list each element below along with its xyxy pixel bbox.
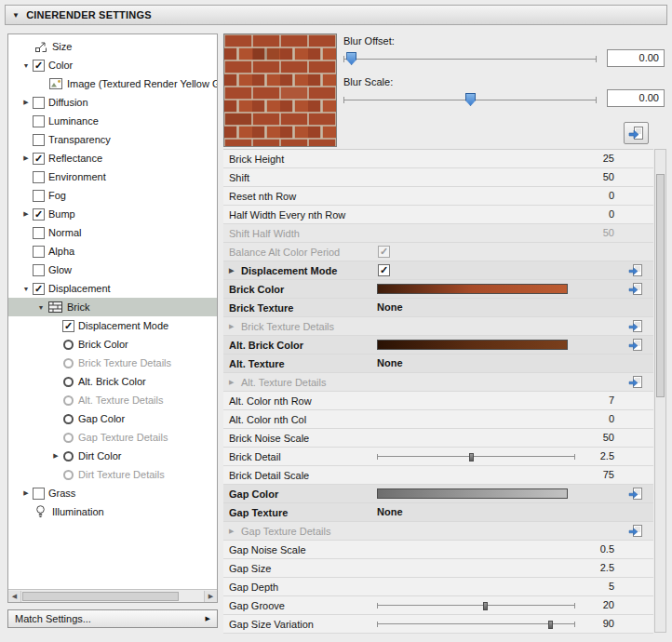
checkbox-diffusion[interactable] [33,97,45,109]
checkbox-color[interactable]: ✓ [33,60,45,72]
checkbox-grass[interactable] [33,488,45,500]
expand-icon[interactable]: ▶ [20,210,33,218]
param-value[interactable]: 50 [603,168,614,186]
param-value[interactable]: 0 [609,187,614,205]
tree-item-alpha[interactable]: Alpha [8,242,217,261]
param-value[interactable]: 20 [603,596,614,614]
tree-item-environment[interactable]: Environment [8,167,217,186]
blur-offset-slider[interactable] [343,51,597,66]
param-row-brick-detail-scale[interactable]: Brick Detail Scale75 [223,466,653,485]
tree-item-bump[interactable]: ▶✓Bump [8,205,217,223]
blur-offset-handle[interactable] [346,52,356,65]
expand-icon[interactable]: ▶ [229,379,241,386]
blur-scale-handle[interactable] [465,93,476,106]
radio-gap-color[interactable] [63,414,74,424]
collapse-icon[interactable]: ▼ [20,62,33,69]
checkbox-glow[interactable] [33,264,45,276]
vertical-scrollbar-thumb[interactable] [656,174,665,397]
checkbox-reflectance[interactable]: ✓ [33,153,45,165]
slider-track[interactable] [343,59,597,60]
checkbox-displacement[interactable]: ✓ [33,283,45,295]
param-value[interactable]: 75 [603,466,614,484]
tree-item-glow[interactable]: Glow [8,261,217,279]
checkbox-displacement-mode[interactable]: ✓ [378,264,390,276]
param-row-brick-texture[interactable]: Brick TextureNone [223,299,653,317]
param-row-balance-alt-color-period[interactable]: Balance Alt Color Period✓ [223,243,653,261]
tree-item-gap-texture-details[interactable]: Gap Texture Details [8,428,217,447]
color-swatch[interactable] [377,284,568,294]
param-row-displacement-mode[interactable]: ▶Displacement Mode✓ [223,261,653,280]
transfer-settings-button[interactable] [624,122,649,144]
blur-scale-field[interactable]: 0.00 [607,89,665,107]
param-value[interactable]: None [377,299,403,316]
slider-handle[interactable] [548,621,553,629]
radio-dirt-texture-details[interactable] [63,470,74,480]
expand-icon[interactable]: ▶ [20,489,33,497]
color-swatch[interactable] [377,340,568,350]
tree-item-alt-texture-details[interactable]: Alt. Texture Details [8,391,217,409]
table-vertical-scrollbar[interactable] [654,149,666,633]
slider-track[interactable] [377,623,575,624]
tree-item-brick-texture-details[interactable]: Brick Texture Details [8,354,217,372]
radio-gap-texture-details[interactable] [63,433,74,443]
tree-item-grass[interactable]: ▶Grass [8,484,217,502]
radio-alt-brick-color[interactable] [63,377,74,387]
blur-offset-field[interactable]: 0.00 [607,49,665,67]
param-value[interactable]: 50 [603,224,614,242]
tree-item-gap-color[interactable]: Gap Color [8,409,217,428]
link-parameter-icon[interactable] [628,283,642,296]
checkbox-alpha[interactable] [33,246,45,258]
tree-item-dirt-texture-details[interactable]: Dirt Texture Details [8,465,217,484]
param-row-brick-noise-scale[interactable]: Brick Noise Scale50 [223,429,653,448]
panel-header[interactable]: ▼ CINERENDER SETTINGS [5,5,667,25]
param-row-gap-depth[interactable]: Gap Depth5 [223,578,653,596]
param-row-alt-texture-details[interactable]: ▶Alt. Texture Details [223,373,653,392]
tree-item-illumination[interactable]: Illumination [8,502,217,521]
tree-horizontal-scrollbar[interactable]: ◀ ▶ [8,589,217,602]
tree-item-luminance[interactable]: Luminance [8,112,217,130]
param-row-alt-color-nth-row[interactable]: Alt. Color nth Row7 [223,392,653,410]
link-parameter-icon[interactable] [628,320,642,333]
param-value[interactable]: None [377,503,403,521]
collapse-icon[interactable]: ▼ [34,304,47,311]
scroll-left-button[interactable]: ◀ [8,591,21,602]
tree-item-brick[interactable]: ▼Brick [8,298,217,316]
param-row-alt-color-nth-col[interactable]: Alt. Color nth Col0 [223,410,653,429]
radio-brick-color[interactable] [63,340,74,350]
radio-dirt-color[interactable] [63,451,74,461]
param-row-gap-color[interactable]: Gap Color [223,485,653,503]
expand-icon[interactable]: ▶ [229,323,241,330]
param-row-gap-size-variation[interactable]: Gap Size Variation90 [223,615,653,634]
checkbox-luminance[interactable] [33,115,45,127]
checkbox-fog[interactable] [33,190,45,202]
color-swatch[interactable] [377,488,568,499]
tree-item-brick-color[interactable]: Brick Color [8,335,217,354]
collapse-triangle-icon[interactable]: ▼ [12,11,20,20]
param-row-gap-groove[interactable]: Gap Groove20 [223,596,653,615]
tree-item-dirt-color[interactable]: ▶Dirt Color [8,447,217,465]
checkbox-environment[interactable] [33,171,45,183]
tree-item-displacement-mode[interactable]: ✓Displacement Mode [8,316,217,335]
tree-item-diffusion[interactable]: ▶Diffusion [8,93,217,112]
param-row-gap-noise-scale[interactable]: Gap Noise Scale0.5 [223,541,653,559]
param-row-brick-detail[interactable]: Brick Detail2.5 [223,448,653,466]
link-parameter-icon[interactable] [628,264,642,277]
checkbox-balance-alt-color-period[interactable]: ✓ [378,246,390,258]
slider-track[interactable] [377,605,575,606]
param-row-reset-nth-row[interactable]: Reset nth Row0 [223,187,653,206]
checkbox-transparency[interactable] [33,134,45,146]
param-row-gap-size[interactable]: Gap Size2.5 [223,559,653,578]
checkbox-bump[interactable]: ✓ [33,208,45,221]
param-value[interactable]: 0.5 [600,541,614,558]
param-row-gap-texture[interactable]: Gap TextureNone [223,503,653,522]
param-value[interactable]: 0 [609,410,614,428]
param-value[interactable]: 50 [603,429,614,447]
expand-icon[interactable]: ▶ [20,99,33,106]
slider-handle[interactable] [469,453,474,461]
slider-handle[interactable] [483,602,488,610]
link-parameter-icon[interactable] [628,488,642,501]
link-parameter-icon[interactable] [628,376,642,389]
param-row-shift-half-width[interactable]: Shift Half Width50 [223,224,653,243]
param-row-gap-texture-details[interactable]: ▶Gap Texture Details [223,522,653,541]
expand-icon[interactable]: ▶ [229,528,241,535]
